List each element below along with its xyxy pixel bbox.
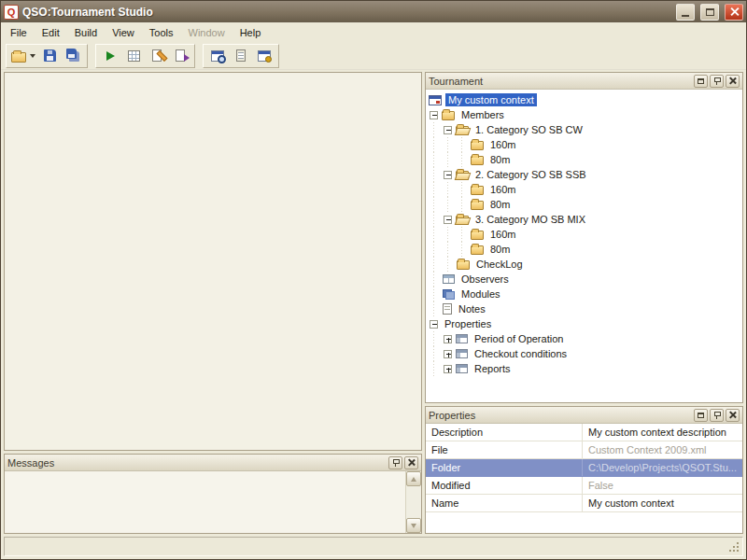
menu-help[interactable]: Help bbox=[233, 24, 269, 41]
expand-icon[interactable] bbox=[444, 350, 452, 358]
tree-item[interactable]: Observers bbox=[429, 272, 742, 287]
maximize-button[interactable] bbox=[700, 4, 719, 21]
report-button[interactable] bbox=[230, 46, 252, 66]
menu-window: Window bbox=[181, 24, 233, 41]
tree-item[interactable]: 80m bbox=[429, 152, 742, 167]
expand-icon[interactable] bbox=[444, 335, 452, 343]
minimize-button[interactable] bbox=[676, 4, 695, 21]
tree-item[interactable]: Reports bbox=[429, 361, 742, 376]
property-value[interactable]: My custom context description bbox=[583, 424, 742, 441]
run-button[interactable] bbox=[99, 46, 121, 66]
app-icon[interactable]: Q bbox=[4, 5, 19, 20]
menu-file[interactable]: File bbox=[3, 24, 35, 41]
menu-tools[interactable]: Tools bbox=[142, 24, 181, 41]
tree-item[interactable]: CheckLog bbox=[429, 257, 742, 272]
collapse-icon[interactable] bbox=[444, 126, 452, 134]
tree-item[interactable]: 160m bbox=[429, 137, 742, 152]
resize-grip-icon[interactable] bbox=[729, 542, 731, 544]
arrow-up-icon bbox=[411, 477, 416, 482]
close-panel-button[interactable] bbox=[726, 409, 740, 422]
scroll-up-button[interactable] bbox=[406, 471, 421, 486]
folder-icon bbox=[471, 186, 484, 195]
folder-icon bbox=[471, 156, 484, 165]
minimize-icon bbox=[682, 15, 689, 17]
close-panel-button[interactable] bbox=[726, 75, 740, 88]
edit-page-button[interactable] bbox=[146, 46, 168, 66]
pin-button[interactable] bbox=[388, 456, 402, 469]
messages-panel-header[interactable]: Messages bbox=[5, 455, 421, 471]
tree-item-label: 3. Category MO SB MIX bbox=[472, 213, 588, 226]
messages-scrollbar[interactable] bbox=[405, 471, 421, 533]
pin-icon bbox=[392, 458, 400, 467]
tree-item[interactable]: Notes bbox=[429, 301, 742, 316]
menu-edit[interactable]: Edit bbox=[35, 24, 67, 41]
import-button[interactable] bbox=[169, 46, 191, 66]
messages-body bbox=[5, 471, 421, 533]
pin-button[interactable] bbox=[710, 75, 724, 88]
close-button[interactable] bbox=[725, 4, 743, 21]
sheet-icon bbox=[456, 364, 468, 373]
maximize-panel-button[interactable] bbox=[694, 75, 708, 88]
tree-item[interactable]: 1. Category SO SB CW bbox=[429, 122, 742, 137]
collapse-icon[interactable] bbox=[430, 111, 438, 119]
close-panel-button[interactable] bbox=[404, 456, 418, 469]
property-value: C:\Develop\Projects\QSOT.Stu... bbox=[583, 459, 742, 476]
property-row-name[interactable]: Name My custom context bbox=[426, 495, 742, 512]
left-column: Messages bbox=[4, 72, 422, 534]
tree-item[interactable]: 80m bbox=[429, 197, 742, 212]
property-row-modified[interactable]: Modified False bbox=[426, 477, 742, 495]
menu-build[interactable]: Build bbox=[67, 24, 105, 41]
validate-button[interactable] bbox=[122, 46, 145, 66]
tree-item-root[interactable]: My custom context bbox=[429, 92, 742, 107]
property-key: Modified bbox=[426, 477, 583, 494]
collapse-icon[interactable] bbox=[444, 216, 452, 224]
pin-button[interactable] bbox=[710, 409, 724, 422]
expand-icon[interactable] bbox=[444, 365, 452, 373]
tournament-panel-title: Tournament bbox=[429, 76, 692, 87]
tree-item[interactable]: 160m bbox=[429, 227, 742, 242]
menu-view[interactable]: View bbox=[105, 24, 142, 41]
tool-window-button[interactable] bbox=[253, 46, 275, 66]
tree-item[interactable]: 2. Category SO SB SSB bbox=[429, 167, 742, 182]
tree-item[interactable]: 3. Category MO SB MIX bbox=[429, 212, 742, 227]
property-row-file[interactable]: File Custom Context 2009.xml bbox=[426, 441, 742, 459]
properties-panel-header[interactable]: Properties bbox=[426, 407, 742, 424]
tree-item[interactable]: Members bbox=[429, 107, 742, 122]
tree-item[interactable]: Properties bbox=[429, 316, 742, 331]
preview-button[interactable] bbox=[206, 46, 229, 66]
document-area bbox=[4, 72, 422, 451]
tree-item[interactable]: 160m bbox=[429, 182, 742, 197]
titlebar[interactable]: Q QSO:Tournament Studio bbox=[1, 1, 746, 22]
maximize-panel-button[interactable] bbox=[694, 409, 708, 422]
tree-item-label: Observers bbox=[458, 273, 512, 286]
grid-icon bbox=[128, 50, 140, 62]
scroll-down-button[interactable] bbox=[406, 518, 421, 533]
save-button[interactable] bbox=[38, 46, 61, 66]
property-row-folder[interactable]: Folder C:\Develop\Projects\QSOT.Stu... bbox=[426, 459, 742, 477]
tournament-panel-header[interactable]: Tournament bbox=[426, 73, 742, 90]
open-button[interactable] bbox=[9, 46, 37, 66]
properties-panel: Properties Description My custom context… bbox=[425, 406, 743, 534]
tree-item-label: Members bbox=[458, 108, 507, 121]
toolbar-group-build bbox=[95, 44, 195, 68]
collapse-icon[interactable] bbox=[444, 171, 452, 179]
tree-item-label: 160m bbox=[487, 183, 519, 196]
close-icon bbox=[730, 7, 739, 16]
save-all-button[interactable] bbox=[62, 46, 84, 66]
maximize-icon bbox=[698, 78, 704, 84]
tree-item-label: Modules bbox=[458, 287, 503, 301]
tree-item[interactable]: Period of Operation bbox=[429, 331, 742, 346]
messages-panel-title: Messages bbox=[7, 457, 387, 469]
tree-item[interactable]: Checkout conditions bbox=[429, 346, 742, 361]
tree-item-label: Reports bbox=[472, 362, 514, 375]
property-value[interactable]: My custom context bbox=[583, 495, 742, 511]
tree-item[interactable]: 80m bbox=[429, 242, 742, 257]
tree-item-label: 80m bbox=[487, 243, 513, 256]
folder-open-icon bbox=[456, 216, 469, 225]
collapse-icon[interactable] bbox=[430, 320, 438, 329]
property-value: Custom Context 2009.xml bbox=[583, 441, 742, 458]
folder-icon bbox=[471, 201, 484, 210]
property-row-description[interactable]: Description My custom context descriptio… bbox=[426, 424, 742, 441]
tree-item[interactable]: Modules bbox=[429, 287, 742, 301]
tree-item-label: 2. Category SO SB SSB bbox=[472, 168, 589, 181]
